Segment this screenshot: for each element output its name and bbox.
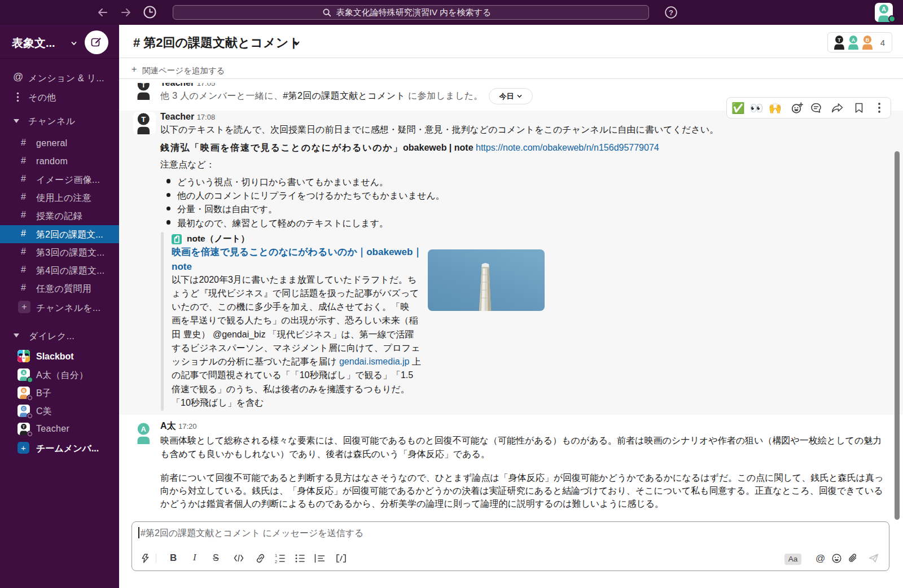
svg-text:2: 2 [275,559,277,564]
svg-text:A: A [882,6,886,12]
svg-text:1: 1 [275,554,277,558]
svg-text:T: T [141,115,146,123]
svg-text:?: ? [669,8,673,17]
svg-text:A: A [851,37,855,43]
svg-text:T: T [838,37,841,43]
svg-text:T: T [141,83,146,89]
svg-text:B: B [865,37,869,43]
svg-text:A: A [141,424,147,433]
